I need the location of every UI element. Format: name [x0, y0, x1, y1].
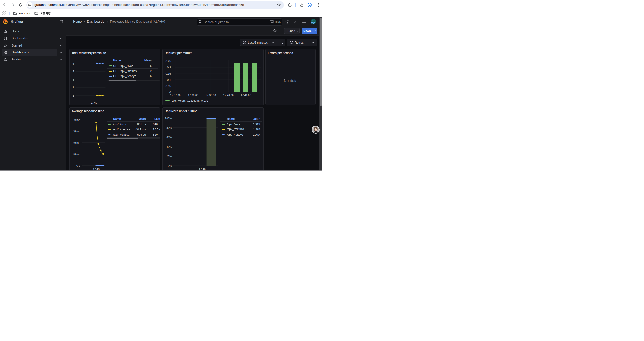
svg-text:6: 6: [72, 62, 74, 65]
svg-text:5: 5: [72, 70, 74, 73]
svg-text:20%: 20%: [166, 155, 172, 158]
svg-text:17:37:00: 17:37:00: [170, 94, 180, 97]
svg-text:0.05: 0.05: [166, 85, 171, 88]
svg-text:17:38:00: 17:38:00: [188, 94, 198, 97]
svg-text:3: 3: [72, 86, 74, 89]
svg-text:0 s: 0 s: [76, 164, 80, 167]
svg-text:0.2: 0.2: [167, 66, 171, 69]
svg-text:0.1: 0.1: [167, 78, 171, 81]
svg-text:4: 4: [72, 78, 74, 81]
svg-text:60 ms: 60 ms: [73, 130, 80, 133]
svg-text:17:41:00: 17:41:00: [241, 94, 251, 97]
svg-text:0.25: 0.25: [166, 60, 171, 63]
svg-text:80 ms: 80 ms: [73, 119, 80, 122]
svg-text:100%: 100%: [165, 117, 172, 120]
svg-text:0: 0: [170, 91, 171, 94]
svg-text:80%: 80%: [166, 126, 172, 129]
svg-text:2: 2: [72, 94, 74, 97]
svg-text:20 ms: 20 ms: [73, 153, 80, 156]
svg-text:40%: 40%: [166, 146, 172, 149]
svg-text:17:40: 17:40: [90, 101, 97, 104]
svg-text:0%: 0%: [168, 164, 172, 167]
svg-text:17:39:00: 17:39:00: [206, 94, 216, 97]
svg-text:40 ms: 40 ms: [73, 141, 80, 144]
svg-text:0.15: 0.15: [166, 72, 171, 75]
svg-text:17:40:00: 17:40:00: [223, 94, 234, 97]
svg-text:60%: 60%: [166, 136, 172, 139]
